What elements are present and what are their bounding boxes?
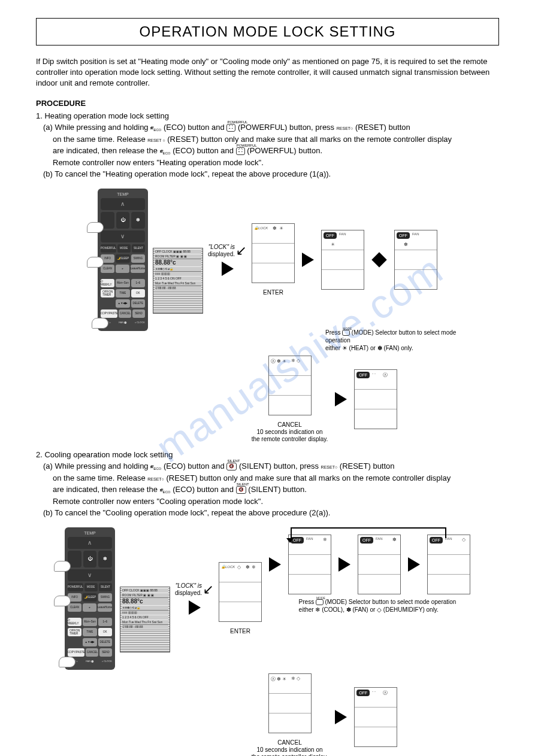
ok-button: OK: [98, 628, 112, 636]
fan-button: ✽: [98, 551, 112, 567]
lcd-full-icon: OFF CLOCK ▣▣▣ 88:88 ROOM FILTER ▣ ▣ ▣ 88…: [120, 587, 170, 652]
enter-label: ENTER: [230, 628, 250, 635]
cancel-button: CANCEL: [86, 648, 98, 657]
weekly-button: ⏱WEEKLY: [101, 279, 114, 287]
sleep-button: 🌙SLEEP: [116, 254, 129, 263]
cancel-label: CANCEL 10 seconds indication on the remo…: [252, 421, 328, 443]
silent-button: SILENT: [132, 244, 145, 253]
mode-note-heating: Press (MODE) Selector button to select m…: [325, 329, 475, 352]
reset-label-icon: RESET○: [147, 477, 164, 481]
clean-button: CLEAN: [101, 265, 114, 273]
intro-text: If Dip switch position is set at "Heatin…: [36, 56, 499, 89]
text: (ECO) button and: [164, 462, 225, 470]
cooling-a-line4: Remote controller now enters "Cooling op…: [36, 496, 499, 508]
time-button: TIME: [116, 289, 129, 297]
monsun-button: Mon~Sun: [83, 618, 96, 626]
clock-hole: ○ CLOCK: [102, 660, 112, 663]
cancel-label: CANCEL 10 seconds indication on the remo…: [252, 739, 328, 756]
send-button: SEND: [99, 648, 112, 657]
text: (RESET) button: [340, 462, 395, 470]
cooling-step-b: (b) To cancel the "Cooling operation mod…: [36, 507, 499, 519]
remote-controller: TEMP ∧ ⏻ ✽ ∨ POWERFULMODESILENT INFO🌙SLE…: [98, 189, 148, 331]
cooling-a-line3: are indicated, then release the ⸙ECO (EC…: [36, 484, 499, 496]
temp-label: TEMP: [68, 531, 112, 535]
arrow-right-icon: [189, 600, 201, 615]
remote-controller: TEMP ∧ ⏻ ✽ ∨ POWERFULMODESILENT INFO🌙SLE…: [65, 527, 115, 670]
arrow-right-icon: [335, 392, 347, 406]
lock-displayed-label: "LOCK" is displayed.: [208, 244, 235, 258]
silent-button-icon: 🔇SILENT: [236, 486, 246, 494]
heating-a-line4: Remote controller now enters "Heating op…: [36, 157, 499, 169]
procedure-heading: PROCEDURE: [36, 99, 499, 108]
arrow-right-icon: [302, 253, 314, 267]
arrow-right-icon: [408, 557, 420, 572]
cooling-heading: 2. Cooling opearation mode lock setting: [36, 449, 499, 461]
nav-button: ▲▼◀▶: [116, 299, 129, 308]
text: (a) While pressing and holding: [43, 123, 149, 132]
monsun-button: Mon~Sun: [116, 279, 129, 287]
text: are indicated, then release the: [53, 485, 158, 494]
temp-up-button: ∧: [101, 198, 145, 210]
mode-button-icon: [316, 599, 324, 605]
pointing-hand-icon: [92, 318, 108, 329]
eco-icon: ⸙ECO: [160, 486, 171, 493]
nav-button: ▲▼◀▶: [83, 638, 96, 646]
swing-button: SWING: [131, 254, 145, 263]
loop-arrow-icon: [291, 527, 446, 538]
text: (RESET) button only and make sure that a…: [166, 473, 451, 482]
reset-label-icon: RESET○: [321, 465, 338, 469]
enter-label: ENTER: [263, 289, 283, 296]
lcd-screen-dehum: OFF FAN◇: [427, 535, 470, 594]
text: (RESET) button only and make sure that a…: [167, 135, 452, 144]
lcd-screen-lock: 🔒LOCK✽☀: [252, 223, 295, 283]
off-on-timer-button: OFF/ONTIMER: [68, 628, 81, 636]
text: (SILENT) button.: [248, 485, 307, 494]
text: (ECO) button and: [173, 485, 234, 494]
cooling-diagram: TEMP ∧ ⏻ ✽ ∨ POWERFULMODESILENT INFO🌙SLE…: [36, 527, 499, 756]
pointing-hand-icon: [87, 222, 104, 233]
eco-button: ⸙: [116, 265, 129, 273]
text: (SILENT) button, press: [239, 462, 319, 470]
text: (POWERFUL) button.: [247, 146, 322, 155]
spacer: [101, 299, 114, 308]
heating-step-a: (a) While pressing and holding ⸙ECO (ECO…: [36, 122, 499, 133]
text: (POWERFUL) button, press: [238, 123, 334, 132]
leavehome-button: LeaveHome: [98, 603, 112, 612]
arrow-right-icon: [338, 557, 350, 572]
lcd-screen-cool: OFF FAN❄: [288, 535, 331, 594]
fan-key-label: FAN ⬤: [119, 321, 126, 324]
eco-icon: ⸙ECO: [150, 463, 161, 469]
text: on the same time. Release: [53, 473, 146, 482]
lcd-full-icon: OFF CLOCK ▣▣▣ 88:88 ROOM FILTER ▣ ▣ ▣ 88…: [153, 248, 203, 314]
fan-key-label: FAN ⬤: [86, 660, 93, 663]
sleep-button: 🌙SLEEP: [83, 593, 96, 602]
1to6-button: 1~6: [131, 279, 145, 287]
temp-label: TEMP: [101, 192, 145, 196]
spacer: [68, 638, 81, 646]
lcd-screen-cancel: Ⓐ ✽ ☀❄ ◇: [268, 356, 312, 415]
page-title: OPERATION MODE LOCK SETTING: [36, 18, 499, 45]
mode-button: MODE: [117, 244, 131, 253]
pointing-hand-icon: [59, 657, 75, 667]
weekly-button: ⏱WEEKLY: [68, 618, 81, 626]
lcd-screen-fan: OFF FAN✽: [394, 230, 437, 290]
swing-button: SWING: [98, 593, 112, 602]
lcd-screen-fan: OFF FAN✽: [358, 535, 401, 594]
curved-arrow-icon: ↘: [203, 583, 214, 596]
arrow-right-icon: [335, 710, 347, 724]
copypaste-button: COPY/PASTE: [68, 648, 84, 657]
leavehome-button: LeaveHome: [131, 265, 145, 273]
fan-button: ✽: [131, 212, 145, 229]
heating-heading: 1. Heating operation mode lock setting: [36, 110, 499, 122]
reset-label-icon: RESET ○: [147, 138, 165, 142]
lcd-screen-lock: 🔒LOCK ◇✽ ❄: [219, 562, 262, 622]
curved-arrow-icon: ↘: [236, 244, 247, 257]
heating-a-line2: on the same time. Release RESET ○ (RESET…: [36, 133, 499, 145]
powerful-button-icon: ⛶POWERFUL: [236, 147, 245, 155]
mode-note-cooling: Press (MODE) Selector button to select m…: [299, 598, 457, 614]
pointing-hand-icon: [87, 257, 104, 268]
powerful-button-icon: ⛶POWERFUL: [226, 124, 235, 132]
delete-button: DELETE: [98, 638, 112, 646]
powerful-button: POWERFUL: [101, 244, 116, 253]
mode-button-icon: [342, 330, 350, 336]
